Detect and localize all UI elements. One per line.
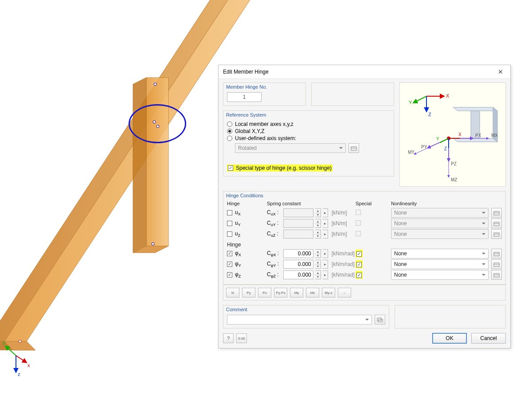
- col-hinge: Hinge: [227, 201, 267, 206]
- close-icon[interactable]: ✕: [494, 67, 507, 76]
- special-checkbox-φZ[interactable]: [356, 273, 362, 278]
- preset-My-z[interactable]: My-z: [322, 288, 335, 297]
- step-button[interactable]: ▸: [323, 260, 328, 269]
- unit-label: [kNm/rad]: [332, 250, 356, 257]
- special-checkbox-φY[interactable]: [356, 262, 362, 267]
- svg-rect-48: [494, 222, 499, 226]
- svg-point-7: [154, 83, 156, 86]
- comment-field[interactable]: [227, 315, 372, 325]
- svg-text:MY: MY: [408, 150, 415, 155]
- spinner[interactable]: ▲▼: [315, 260, 321, 269]
- nonlinearity-dropdown-uX: None: [391, 208, 489, 218]
- step-button[interactable]: ▸: [323, 249, 328, 258]
- unit-label: [kN/m]: [332, 231, 356, 237]
- hinge-checkbox-φZ[interactable]: [227, 272, 232, 278]
- nonlinearity-edit-φY[interactable]: [491, 259, 502, 269]
- checkbox-icon: [228, 165, 233, 171]
- step-button: ▸: [323, 208, 328, 217]
- spring-field-φX[interactable]: 0.000: [283, 249, 313, 258]
- preset-–[interactable]: –: [338, 288, 351, 297]
- spinner[interactable]: ▲▼: [315, 249, 321, 258]
- radio-global-axes[interactable]: Global X,Y,Z: [227, 128, 390, 134]
- hinge-row-φZ: φZ CφZ : 0.000 ▲▼ ▸ [kNm/rad] None: [227, 270, 502, 280]
- hinge-name: uZ: [235, 231, 240, 238]
- nonlinearity-dropdown-φZ[interactable]: None: [391, 270, 489, 280]
- hinge-name: φY: [235, 261, 241, 268]
- hinge-checkbox-φY[interactable]: [227, 262, 232, 267]
- special-checkbox-φX[interactable]: [356, 251, 362, 257]
- hinge-checkbox-φX[interactable]: [227, 251, 232, 256]
- svg-text:PZ: PZ: [451, 161, 457, 166]
- svg-point-10: [152, 243, 154, 245]
- cancel-button[interactable]: Cancel: [471, 333, 506, 344]
- svg-text:MX: MX: [491, 133, 498, 138]
- svg-rect-46: [494, 211, 499, 215]
- svg-text:X: X: [446, 93, 450, 98]
- axis-system-edit-button[interactable]: [348, 143, 359, 153]
- spring-field-uZ: [283, 230, 313, 239]
- preset-N[interactable]: N: [226, 288, 239, 297]
- svg-text:MZ: MZ: [451, 177, 457, 182]
- svg-marker-23: [453, 107, 497, 111]
- col-spring: Spring constant: [267, 201, 356, 206]
- checkbox-special-hinge[interactable]: Special type of hinge (e.g. scissor hing…: [227, 164, 390, 172]
- preset-My[interactable]: My: [290, 288, 303, 297]
- hinge-no-label: Member Hinge No.: [223, 83, 305, 90]
- spring-field-φZ[interactable]: 0.000: [283, 270, 313, 279]
- special-hinge-label: Special type of hinge (e.g. scissor hing…: [236, 165, 332, 171]
- hinge-checkbox-uX[interactable]: [227, 210, 232, 215]
- comment-pick-button[interactable]: [375, 315, 385, 325]
- hinge-checkbox-uZ[interactable]: [227, 231, 232, 237]
- nonlinearity-dropdown-φY[interactable]: None: [391, 259, 489, 269]
- nonlinearity-edit-uZ: [491, 229, 502, 239]
- svg-text:Y: Y: [436, 137, 439, 141]
- spinner[interactable]: ▲▼: [315, 270, 321, 279]
- dialog-titlebar[interactable]: Edit Member Hinge ✕: [219, 65, 510, 79]
- radio-icon: [227, 129, 232, 134]
- group-empty-2: [395, 305, 506, 329]
- preset-Py[interactable]: Py: [242, 288, 255, 297]
- svg-text:Z: Z: [444, 146, 447, 151]
- svg-text:X: X: [458, 132, 462, 137]
- help-button[interactable]: ?: [223, 333, 234, 343]
- hinge-preview: X Y Z: [399, 82, 506, 187]
- spinner: ▲▼: [315, 219, 321, 228]
- axis-z-label: z: [18, 372, 20, 377]
- unit-label: [kNm/rad]: [332, 272, 356, 278]
- hinge-row-uX: uX CuX : ▲▼ ▸ [kN/m] None: [227, 208, 502, 218]
- svg-rect-54: [494, 263, 499, 266]
- svg-text:Y: Y: [409, 100, 412, 105]
- hinge-checkbox-uY[interactable]: [227, 221, 232, 226]
- spinner: ▲▼: [315, 208, 321, 217]
- step-button: ▸: [323, 230, 328, 239]
- axis-system-dropdown: Rotated: [235, 143, 346, 153]
- svg-line-12: [5, 346, 16, 356]
- radio-global-label: Global X,Y,Z: [235, 128, 264, 134]
- unit-label: [kNm/rad]: [332, 261, 356, 267]
- svg-rect-15: [351, 147, 356, 150]
- nonlinearity-edit-uY: [491, 219, 502, 228]
- svg-rect-56: [494, 274, 499, 277]
- special-checkbox-uZ: [356, 231, 361, 236]
- units-button[interactable]: 0.00: [236, 333, 247, 343]
- preset-Mz[interactable]: Mz: [306, 288, 319, 297]
- nonlinearity-edit-φZ[interactable]: [491, 270, 502, 280]
- svg-line-35: [440, 138, 449, 143]
- preset-Pz[interactable]: Pz: [258, 288, 271, 297]
- spring-label: CφX :: [267, 250, 282, 257]
- step-button[interactable]: ▸: [323, 270, 328, 279]
- radio-local-axes[interactable]: Local member axes x,y,z: [227, 121, 390, 127]
- svg-text:PY: PY: [421, 145, 427, 149]
- nonlinearity-edit-φX[interactable]: [491, 249, 502, 258]
- nonlinearity-dropdown-φX[interactable]: None: [391, 249, 489, 258]
- hinge-row-uZ: uZ CuZ : ▲▼ ▸ [kN/m] None: [227, 229, 502, 239]
- radio-user-axes[interactable]: User-defined axis system:: [227, 135, 390, 141]
- spring-field-φY[interactable]: 0.000: [283, 260, 313, 269]
- preset-Py-Pz[interactable]: Py-Pz: [274, 288, 287, 297]
- edit-member-hinge-dialog: Edit Member Hinge ✕ Member Hinge No. 1: [218, 65, 511, 348]
- ok-button[interactable]: OK: [432, 333, 467, 344]
- hinge-name: φX: [235, 250, 241, 257]
- hinge-no-field[interactable]: 1: [227, 92, 262, 102]
- svg-line-13: [16, 356, 27, 363]
- spring-label: CφZ :: [267, 271, 282, 278]
